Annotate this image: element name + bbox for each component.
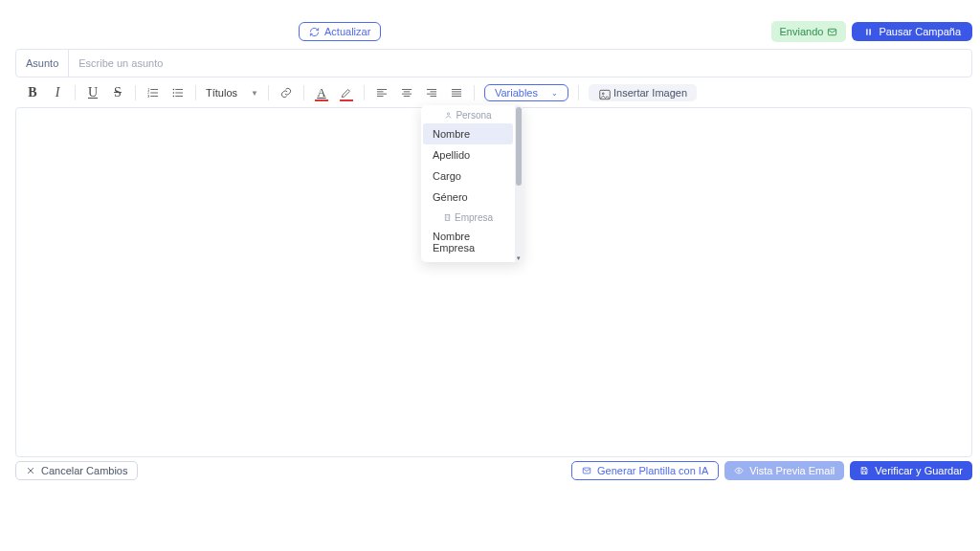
dropdown-section-title: Persona [456,110,491,121]
variables-button-label: Variables [495,87,538,99]
cancel-button-label: Cancelar Cambios [41,465,127,476]
eye-icon [734,466,745,476]
person-icon [444,111,453,120]
align-center-button[interactable] [399,85,414,100]
variables-dropdown: Persona Nombre Apellido Cargo Género Emp… [421,105,523,262]
variables-button[interactable]: Variables ⌄ [484,84,568,101]
italic-button[interactable]: I [50,85,65,100]
ordered-list-button[interactable]: 123 [145,85,161,100]
dropdown-section-header: Empresa [421,208,515,226]
svg-rect-1 [867,29,868,34]
insert-image-button[interactable]: Insertar Imagen [589,84,697,101]
unordered-list-button[interactable] [170,85,186,100]
svg-point-11 [448,113,450,115]
underline-button[interactable]: U [85,85,100,100]
align-left-button[interactable] [374,85,390,100]
save-icon [859,466,870,476]
strikethrough-button[interactable]: S [110,85,125,100]
text-color-button[interactable]: A [314,85,329,100]
headings-select[interactable]: Títulos ▼ [206,87,258,99]
header-right: Enviando Pausar Campaña [771,21,972,42]
bold-button[interactable]: B [25,85,40,100]
variable-item-nombre[interactable]: Nombre [423,123,513,144]
svg-rect-2 [870,29,871,34]
variable-item-apellido[interactable]: Apellido [423,144,513,165]
close-icon [26,466,36,476]
editor-toolbar: B I U S 123 Títulos ▼ A [15,82,972,103]
link-button[interactable] [278,85,294,100]
svg-point-14 [738,469,740,471]
scrollbar-thumb[interactable] [516,107,522,186]
generate-ai-button[interactable]: Generar Plantilla con IA [571,461,719,480]
status-badge: Enviando [771,21,847,42]
subject-row: Asunto [15,49,972,77]
footer-actions: Cancelar Cambios Generar Plantilla con I… [15,461,972,480]
update-button-label: Actualizar [324,26,370,37]
variable-item-nombre-empresa[interactable]: Nombre Empresa [423,226,513,258]
mail-icon [582,466,592,476]
refresh-icon [309,27,320,37]
update-button[interactable]: Actualizar [299,22,381,41]
subject-label: Asunto [16,50,69,77]
chevron-down-icon: ⌄ [551,89,558,98]
highlight-button[interactable] [339,85,354,100]
status-badge-label: Enviando [780,26,824,37]
mail-icon [827,27,837,37]
image-icon [598,88,609,99]
pause-campaign-button[interactable]: Pausar Campaña [852,22,972,41]
preview-email-label: Vista Previa Email [749,465,835,476]
svg-point-6 [173,89,174,90]
cancel-button[interactable]: Cancelar Cambios [15,461,138,480]
align-right-button[interactable] [424,85,439,100]
pause-campaign-label: Pausar Campaña [879,26,961,37]
headings-select-label: Títulos [206,87,237,99]
svg-point-10 [602,92,604,94]
variable-item-genero[interactable]: Género [423,187,513,208]
variable-item-cargo[interactable]: Cargo [423,165,513,187]
dropdown-section-header: Persona [421,105,515,123]
caret-down-icon: ▼ [251,89,258,98]
building-icon [443,213,452,222]
update-button-wrap: Actualizar [299,22,381,41]
dropdown-scrollbar[interactable]: ▾ [515,105,523,262]
svg-point-8 [173,96,174,97]
preview-email-button[interactable]: Vista Previa Email [724,461,844,480]
dropdown-section-title: Empresa [455,212,493,223]
subject-input[interactable] [69,57,971,69]
align-justify-button[interactable] [449,85,464,100]
pause-icon [863,27,874,37]
verify-save-button[interactable]: Verificar y Guardar [850,461,972,480]
verify-save-label: Verificar y Guardar [875,465,963,476]
svg-rect-12 [445,215,450,221]
generate-ai-label: Generar Plantilla con IA [597,465,708,476]
svg-text:3: 3 [147,95,149,99]
insert-image-label: Insertar Imagen [613,87,687,99]
svg-point-7 [173,92,174,93]
